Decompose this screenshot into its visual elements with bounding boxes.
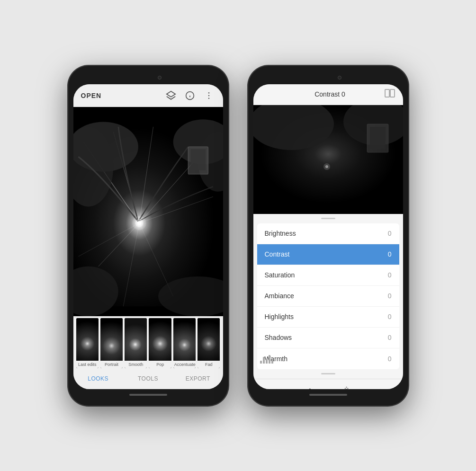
adj-warmth[interactable]: Warmth 0	[257, 348, 399, 369]
look-item-portrait[interactable]: Portrait	[100, 318, 123, 368]
svg-point-26	[132, 216, 146, 230]
adj-saturation[interactable]: Saturation 0	[257, 265, 399, 286]
look-label: Smooth	[125, 361, 147, 368]
adj-ambiance[interactable]: Ambiance 0	[257, 286, 399, 307]
adj-shadows[interactable]: Shadows 0	[257, 328, 399, 348]
bottom-nav: LOOKS TOOLS EXPORT	[73, 368, 223, 389]
nav-looks[interactable]: LOOKS	[73, 371, 123, 387]
svg-point-5	[208, 95, 209, 96]
svg-rect-29	[385, 89, 389, 97]
edit-bottom-bar	[253, 379, 403, 389]
look-item-pop[interactable]: Pop	[149, 318, 171, 368]
histogram-button[interactable]	[259, 350, 274, 365]
svg-rect-36	[370, 127, 386, 149]
nav-tools[interactable]: TOOLS	[123, 371, 173, 387]
split-view-icon[interactable]	[384, 88, 395, 101]
look-label: Fad	[198, 361, 220, 368]
looks-strip: Last edits Portrait Smooth Pop	[73, 316, 223, 368]
sliders-icon[interactable]	[302, 382, 321, 389]
open-button[interactable]: OPEN	[81, 92, 161, 99]
cancel-button[interactable]	[269, 382, 288, 389]
svg-rect-28	[190, 149, 206, 170]
adj-contrast[interactable]: Contrast 0	[257, 244, 399, 265]
svg-marker-0	[166, 91, 175, 97]
confirm-button[interactable]	[368, 382, 386, 389]
layers-icon[interactable]	[164, 89, 178, 102]
svg-point-38	[323, 163, 330, 170]
look-label: Accentuate	[173, 361, 196, 368]
look-item-accentuate[interactable]: Accentuate	[173, 318, 196, 368]
look-item-last-edits[interactable]: Last edits	[76, 318, 99, 368]
right-phone: Contrast 0	[248, 65, 409, 406]
left-phone: OPEN	[68, 65, 229, 406]
look-item-fad[interactable]: Fad	[198, 318, 220, 368]
adj-highlights[interactable]: Highlights 0	[257, 307, 399, 328]
svg-point-4	[208, 92, 209, 93]
edit-header: Contrast 0	[253, 84, 403, 105]
look-label: Last edits	[76, 361, 99, 368]
svg-rect-30	[390, 89, 395, 97]
adjustments-panel: Brightness 0 Contrast 0 Saturation 0 Amb…	[253, 214, 403, 379]
look-label: Pop	[149, 361, 171, 368]
look-item-smooth[interactable]: Smooth	[125, 318, 147, 368]
edit-title: Contrast 0	[314, 90, 345, 98]
info-icon[interactable]	[183, 89, 197, 102]
more-icon[interactable]	[202, 89, 216, 102]
main-photo-2	[253, 105, 403, 214]
adj-brightness[interactable]: Brightness 0	[257, 223, 399, 244]
adjustments-list: Brightness 0 Contrast 0 Saturation 0 Amb…	[257, 223, 399, 369]
look-label: Portrait	[100, 361, 123, 368]
main-photo	[73, 107, 223, 316]
toolbar: OPEN	[73, 84, 223, 107]
svg-point-6	[208, 98, 209, 99]
nav-export[interactable]: EXPORT	[173, 371, 223, 387]
magic-wand-icon[interactable]	[335, 382, 354, 389]
